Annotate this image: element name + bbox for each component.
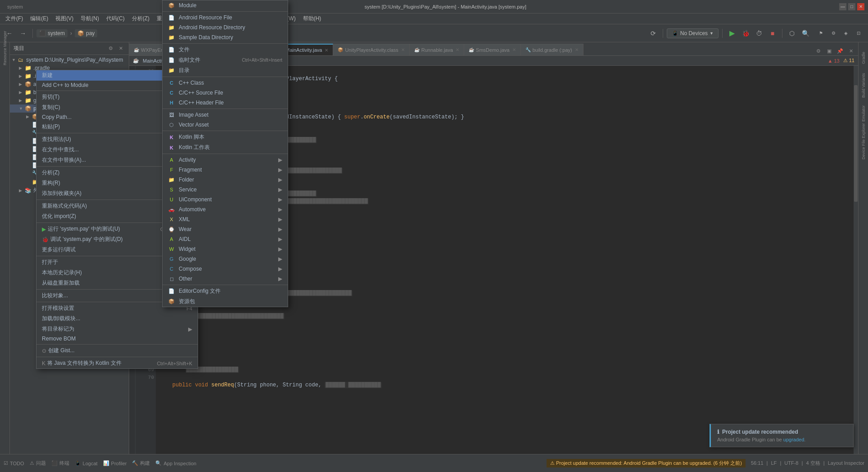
tab-close-buildgradle[interactable]: ✕ <box>575 47 579 52</box>
submenu-kotlin-script[interactable]: K Kotlin 脚本 <box>163 132 288 142</box>
debug-button[interactable]: 🐞 <box>740 27 751 39</box>
tab-unityplayer[interactable]: 📦 UnityPlayerActivity.class ✕ <box>333 44 409 55</box>
build-variants-icon[interactable]: Build Variants <box>859 72 868 99</box>
submenu-automotive[interactable]: 🚗 Automotive ▶ <box>163 204 288 214</box>
menu-edit[interactable]: 编辑(E) <box>27 14 52 23</box>
sync-button[interactable]: ⟳ <box>647 27 659 39</box>
editor-scrollbar[interactable] <box>854 66 858 454</box>
menu-help[interactable]: 帮助(H) <box>299 14 325 23</box>
status-profiler[interactable]: 📊 Profiler <box>103 460 127 466</box>
submenu-scratch[interactable]: 📄 临时文件 Ctrl+Alt+Shift+Insert <box>163 55 288 65</box>
gist-icon: ⊙ <box>42 348 46 354</box>
toolbar-extra-3[interactable]: ◈ <box>840 27 852 39</box>
close-button[interactable]: ✕ <box>857 3 864 10</box>
submenu-wear[interactable]: ⌚ Wear ▶ <box>163 224 288 234</box>
editor-pin-icon[interactable]: 📌 <box>836 46 845 55</box>
submenu-folder[interactable]: 📁 Folder ▶ <box>163 175 288 185</box>
panel-close-icon[interactable]: ✕ <box>116 44 125 53</box>
submenu-arrow-folder: ▶ <box>278 177 282 183</box>
submenu-aidl[interactable]: A AIDL ▶ <box>163 234 288 244</box>
menu-view[interactable]: 视图(V) <box>52 14 77 23</box>
toolbar-extra-1[interactable]: ⚑ <box>815 27 827 39</box>
submenu-compose[interactable]: C Compose ▶ <box>163 264 288 274</box>
submenu-sep-5 <box>163 131 288 131</box>
no-devices-button[interactable]: 📱 No Devices ▼ <box>667 28 719 38</box>
submenu-android-resource-dir[interactable]: 📁 Android Resource Directory <box>163 23 288 32</box>
submenu-xml[interactable]: X XML ▶ <box>163 214 288 224</box>
status-layout[interactable]: Layout Inspector <box>828 460 864 466</box>
panel-settings-icon[interactable]: ⚙ <box>106 44 115 53</box>
submenu-editorconfig[interactable]: 📄 EditorConfig 文件 <box>163 286 288 296</box>
menu-code[interactable]: 代码(C) <box>103 14 128 23</box>
submenu-label-kotlin-script: Kotlin 脚本 <box>179 133 204 141</box>
file-explorer-icon[interactable]: Device File Explorer <box>859 128 868 155</box>
warning-icon: ⚠ <box>550 460 555 466</box>
status-build[interactable]: 🔨 构建 <box>132 460 150 467</box>
kotlin-script-icon: K <box>168 134 175 141</box>
menu-file[interactable]: 文件(F) <box>2 14 27 23</box>
submenu-vector-asset[interactable]: ⬡ Vector Asset <box>163 120 288 130</box>
status-appinspection[interactable]: 🔍 App Inspection <box>155 460 196 466</box>
menu-navigate[interactable]: 导航(N) <box>77 14 103 23</box>
ctx-item-creategist[interactable]: ⊙ 创建 Gist... <box>36 345 198 356</box>
tab-runnable[interactable]: ☕ Runnable.java ✕ <box>410 44 464 55</box>
notification-link[interactable]: upgraded <box>783 437 805 442</box>
submenu-file[interactable]: 📄 文件 <box>163 45 288 55</box>
submenu-service[interactable]: S Service ▶ <box>163 185 288 195</box>
gradle-panel-icon[interactable]: Gradle <box>859 44 868 71</box>
submenu-sample-data-dir[interactable]: 📁 Sample Data Directory <box>163 32 288 42</box>
editor-layout-icon[interactable]: ▣ <box>825 46 834 55</box>
code-line-61: ██████████████████████████████ <box>159 313 854 320</box>
editor-settings-icon[interactable]: ⚙ <box>814 46 823 55</box>
status-logcat[interactable]: 📱 Logcat <box>75 460 98 466</box>
maximize-button[interactable]: □ <box>848 3 855 10</box>
status-problems[interactable]: ⚠ 问题 <box>30 460 46 467</box>
tab-close-smsdemo[interactable]: ✕ <box>512 47 516 52</box>
submenu-google[interactable]: G Google ▶ <box>163 254 288 264</box>
submenu-label-kotlin-worksheet: Kotlin 工作表 <box>179 144 210 151</box>
submenu-android-resource-file[interactable]: 📄 Android Resource File <box>163 13 288 23</box>
resource-manager-icon[interactable]: Resource Manager <box>1 44 9 52</box>
tab-close-runnable[interactable]: ✕ <box>456 47 459 52</box>
ctx-item-loadmodule[interactable]: 加载/卸载模块... <box>36 313 198 324</box>
submenu-cpp-class[interactable]: C C++ Class <box>163 78 288 88</box>
submenu-activity[interactable]: A Activity ▶ <box>163 155 288 165</box>
status-terminal[interactable]: ⬛ 终端 <box>51 460 69 467</box>
right-side-panel: Gradle Build Variants Emulator Device Fi… <box>858 42 868 454</box>
tree-item-root[interactable]: ▼ 🗂 system D:\Unity_Plugins\Pay_All\syst… <box>10 56 129 64</box>
submenu-module[interactable]: 📦 Module <box>163 0 288 10</box>
status-todo[interactable]: ☑ TODO <box>4 460 24 466</box>
minimize-button[interactable]: — <box>839 3 846 10</box>
ctx-item-removebom[interactable]: Remove BOM <box>36 334 198 343</box>
breadcrumb-icon: ☕ <box>133 58 139 64</box>
forward-button[interactable]: → <box>17 27 29 39</box>
search-everywhere-button[interactable]: 🔍 <box>800 27 811 39</box>
stop-button[interactable]: ■ <box>767 27 778 39</box>
tab-close-main[interactable]: ✕ <box>325 48 328 53</box>
submenu-kotlin-worksheet[interactable]: K Kotlin 工作表 <box>163 142 288 153</box>
submenu-cpp-header[interactable]: H C/C++ Header File <box>163 98 288 108</box>
submenu-cpp-source[interactable]: C C/C++ Source File <box>163 88 288 98</box>
title-bar: system system [D:\Unity_Plugins\Pay_All\… <box>0 0 868 14</box>
submenu-fragment[interactable]: F Fragment ▶ <box>163 165 288 175</box>
tab-buildgradle[interactable]: 🔧 build.gradle (:pay) ✕ <box>521 44 583 55</box>
submenu-directory[interactable]: 📁 目录 <box>163 65 288 76</box>
tab-smsdemo[interactable]: ☕ SmsDemo.java ✕ <box>464 44 521 55</box>
toolbar-extra-4[interactable]: ⊡ <box>853 27 864 39</box>
submenu-resourcebundle[interactable]: 📦 资源包 <box>163 296 288 307</box>
run-button[interactable]: ▶ <box>726 27 738 39</box>
menu-analyze[interactable]: 分析(Z) <box>128 14 153 23</box>
submenu-widget[interactable]: W Widget ▶ <box>163 244 288 254</box>
toolbar-extra-2[interactable]: ⚙ <box>827 27 839 39</box>
ctx-item-markdir[interactable]: 将目录标记为 ▶ <box>36 324 198 334</box>
coverage-button[interactable]: ⬡ <box>786 27 798 39</box>
submenu-other[interactable]: ◻ Other ▶ <box>163 274 288 284</box>
ctx-label-modulesettings: 打开模块设置 <box>42 304 177 312</box>
submenu-image-asset[interactable]: 🖼 Image Asset <box>163 110 288 120</box>
submenu-uicomponent[interactable]: U UiComponent ▶ <box>163 195 288 204</box>
editor-close-icon[interactable]: ✕ <box>846 46 855 55</box>
gradle-folder-icon: 📁 <box>24 64 32 72</box>
ctx-item-convertkotlin[interactable]: K 将 Java 文件转换为 Kotlin 文件 Ctrl+Alt+Shift+… <box>36 358 198 368</box>
profile-button[interactable]: ⏱ <box>753 27 765 39</box>
tab-close-unity[interactable]: ✕ <box>401 47 405 52</box>
